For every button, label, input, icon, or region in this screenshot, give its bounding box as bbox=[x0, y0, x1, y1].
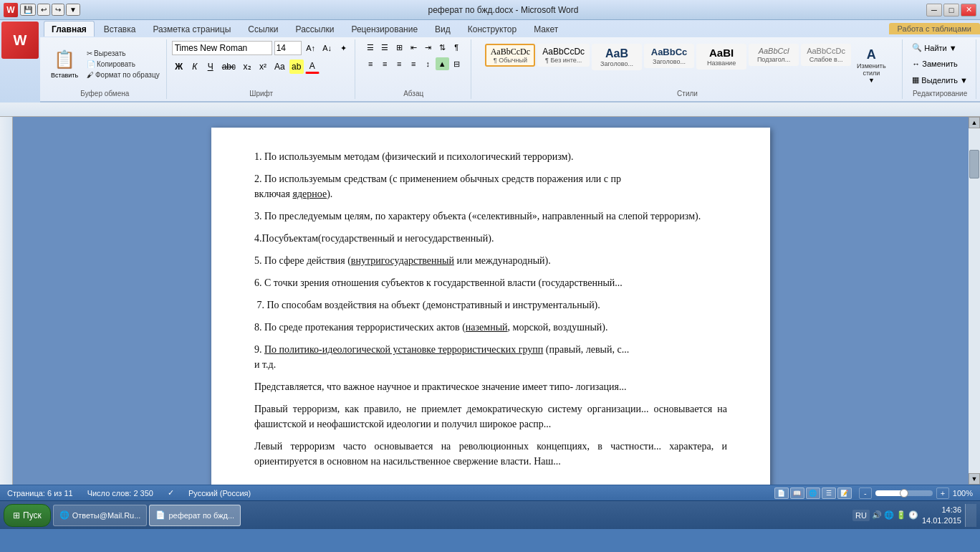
style-title[interactable]: AaBI Название bbox=[696, 44, 746, 70]
decrease-indent-btn[interactable]: ⇤ bbox=[407, 41, 421, 54]
zoom-plus-btn[interactable]: + bbox=[936, 487, 949, 499]
close-btn[interactable]: ✕ bbox=[961, 4, 976, 16]
save-quick-btn[interactable]: 💾 bbox=[20, 4, 36, 16]
view-reading-btn[interactable]: 📖 bbox=[790, 487, 804, 499]
tab-page-layout[interactable]: Разметка страницы bbox=[145, 21, 239, 37]
para-3: 3. По преследуемым целям, по характеру о… bbox=[254, 209, 727, 224]
font-size-input[interactable] bbox=[274, 41, 302, 55]
style-no-spacing[interactable]: AaBbCcDc ¶ Без инте... bbox=[537, 44, 590, 67]
line-spacing-btn[interactable]: ↕ bbox=[421, 57, 435, 70]
view-web-btn[interactable]: 🌐 bbox=[806, 487, 820, 499]
numbering-btn[interactable]: ☰ bbox=[378, 41, 392, 54]
spell-check-icon[interactable]: ✓ bbox=[168, 488, 174, 498]
bullets-btn[interactable]: ☰ bbox=[364, 41, 378, 54]
italic-btn[interactable]: К bbox=[188, 60, 202, 74]
clear-format-btn[interactable]: ✦ bbox=[337, 41, 351, 55]
tray-lang[interactable]: RU bbox=[852, 510, 870, 521]
editing-label: Редактирование bbox=[904, 90, 976, 97]
borders-btn[interactable]: ⊟ bbox=[450, 57, 463, 70]
select-btn[interactable]: ▦ Выделить ▼ bbox=[908, 73, 972, 87]
zoom-minus-btn[interactable]: - bbox=[859, 487, 872, 499]
maximize-btn[interactable]: □ bbox=[943, 4, 959, 16]
tab-references[interactable]: Ссылки bbox=[240, 21, 286, 37]
font-shrink-btn[interactable]: A↓ bbox=[320, 41, 335, 55]
language-label[interactable]: Русский (Россия) bbox=[188, 489, 251, 498]
subscript-btn[interactable]: x₂ bbox=[240, 60, 254, 74]
tab-review[interactable]: Рецензирование bbox=[343, 21, 426, 37]
format-paint-button[interactable]: 🖌 Формат по образцу bbox=[84, 70, 163, 80]
redo-quick-btn[interactable]: ↪ bbox=[52, 4, 64, 16]
font-name-input[interactable] bbox=[172, 41, 272, 55]
align-center-btn[interactable]: ≡ bbox=[378, 57, 392, 70]
strikethrough-btn[interactable]: abc bbox=[219, 60, 239, 74]
multilevel-btn[interactable]: ⊞ bbox=[393, 41, 406, 54]
view-draft-btn[interactable]: 📝 bbox=[837, 487, 852, 499]
scroll-down-btn[interactable]: ▼ bbox=[969, 473, 980, 485]
para-11: Правый терроризм, как правило, не приемл… bbox=[254, 401, 727, 432]
align-right-btn[interactable]: ≡ bbox=[393, 57, 406, 70]
context-tab-label[interactable]: Работа с таблицами bbox=[889, 23, 980, 34]
system-clock[interactable]: 14:36 14.01.2015 bbox=[922, 505, 961, 525]
find-btn[interactable]: 🔍 Найти ▼ bbox=[908, 41, 972, 54]
replace-btn[interactable]: ↔ Заменить bbox=[908, 57, 972, 70]
status-bar: Страница: 6 из 11 Число слов: 2 350 ✓ Ру… bbox=[0, 485, 980, 500]
zoom-thumb[interactable] bbox=[900, 489, 908, 498]
show-marks-btn[interactable]: ¶ bbox=[450, 41, 463, 54]
taskbar-item-browser[interactable]: 🌐 Ответы@Mail.Ru... bbox=[53, 505, 148, 526]
style-normal[interactable]: AaBbCcDc ¶ Обычный bbox=[485, 44, 535, 67]
sort-btn[interactable]: ⇅ bbox=[436, 41, 449, 54]
undo-quick-btn[interactable]: ↩ bbox=[37, 4, 50, 16]
underline-btn[interactable]: Ч bbox=[203, 60, 218, 74]
taskbar-right: RU 🔊 🌐 🔋 🕐 14:36 14.01.2015 bbox=[852, 504, 976, 527]
office-logo[interactable]: W bbox=[4, 3, 18, 17]
change-styles-btn[interactable]: A Изменитьстили ▼ bbox=[853, 44, 890, 87]
tab-view[interactable]: Вид bbox=[427, 21, 458, 37]
bold-btn[interactable]: Ж bbox=[172, 60, 186, 74]
view-outline-btn[interactable]: ☰ bbox=[822, 487, 836, 499]
paste-button[interactable]: 📋 Вставить bbox=[47, 44, 82, 85]
page-scroll[interactable]: 1. По используемым методам (физический и… bbox=[13, 117, 969, 485]
customize-quick-btn[interactable]: ▼ bbox=[66, 4, 80, 16]
style-subtitle[interactable]: AaBbCcl Подзагол... bbox=[749, 44, 799, 66]
superscript-btn[interactable]: x² bbox=[256, 60, 270, 74]
tab-layout[interactable]: Макет bbox=[526, 21, 566, 37]
ribbon-body: 📋 Вставить ✂ Вырезать 📄 Копировать 🖌 Фор… bbox=[40, 37, 980, 103]
align-left-btn[interactable]: ≡ bbox=[364, 57, 378, 70]
style-heading2[interactable]: AaBbCc Заголово... bbox=[644, 44, 694, 68]
style-subtle[interactable]: AaBbCcDc Слабое в... bbox=[801, 44, 851, 66]
case-btn[interactable]: Aa bbox=[272, 60, 288, 74]
scroll-up-btn[interactable]: ▲ bbox=[969, 117, 980, 128]
scroll-thumb[interactable] bbox=[969, 150, 979, 179]
para-5: 5. По сфере действия (внутригосударствен… bbox=[254, 253, 727, 268]
style-heading2-preview: AaBbCc bbox=[651, 47, 688, 58]
tray-sound-icon[interactable]: 🔊 bbox=[872, 510, 882, 520]
office-button[interactable]: W bbox=[1, 22, 39, 59]
para-4: 4.Посубъектам(государственный и негосуда… bbox=[254, 231, 727, 246]
font-color-btn[interactable]: A bbox=[305, 60, 320, 74]
zoom-slider[interactable] bbox=[875, 490, 933, 496]
ruler-horizontal bbox=[0, 103, 980, 117]
start-button[interactable]: ⊞ Пуск bbox=[4, 504, 51, 527]
align-justify-btn[interactable]: ≡ bbox=[407, 57, 421, 70]
para-1: 1. По используемым методам (физический и… bbox=[254, 149, 727, 164]
tray-battery-icon[interactable]: 🔋 bbox=[896, 510, 906, 520]
zoom-percent[interactable]: 100% bbox=[953, 489, 973, 498]
shading-btn[interactable]: ▲ bbox=[436, 57, 449, 70]
style-heading1[interactable]: AaB Заголово... bbox=[592, 44, 642, 70]
scrollbar-vertical[interactable]: ▲ ▼ bbox=[969, 117, 980, 485]
highlight-btn[interactable]: ab bbox=[289, 60, 304, 74]
tab-home[interactable]: Главная bbox=[44, 21, 95, 37]
taskbar-item-word[interactable]: 📄 реферат по бжд... bbox=[149, 505, 241, 526]
scroll-track[interactable] bbox=[969, 128, 980, 473]
font-grow-btn[interactable]: A↑ bbox=[304, 41, 318, 55]
cut-button[interactable]: ✂ Вырезать bbox=[84, 49, 163, 58]
show-desktop-btn[interactable] bbox=[965, 504, 976, 527]
tab-insert[interactable]: Вставка bbox=[96, 21, 144, 37]
tab-constructor[interactable]: Конструктор bbox=[460, 21, 524, 37]
tab-mailings[interactable]: Рассылки bbox=[288, 21, 342, 37]
view-normal-btn[interactable]: 📄 bbox=[774, 487, 789, 499]
copy-button[interactable]: 📄 Копировать bbox=[84, 60, 163, 69]
increase-indent-btn[interactable]: ⇥ bbox=[421, 41, 435, 54]
tray-network-icon[interactable]: 🌐 bbox=[884, 510, 894, 520]
minimize-btn[interactable]: ─ bbox=[926, 4, 942, 16]
